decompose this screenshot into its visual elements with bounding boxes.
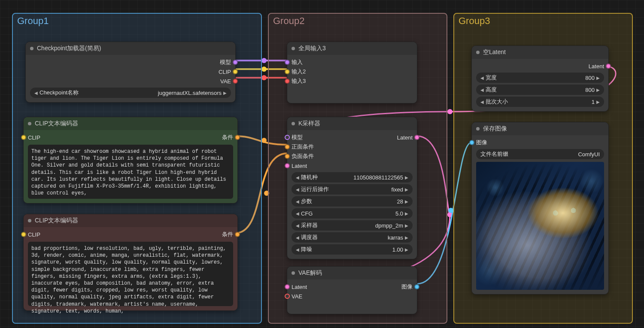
- collapse-icon[interactable]: [476, 127, 480, 131]
- svg-point-2: [261, 75, 267, 80]
- node-title-text: 全局输入3: [298, 45, 326, 52]
- group-3-label: Group3: [459, 15, 490, 27]
- group-1-label: Group1: [17, 15, 49, 27]
- widget-checkpoint-name[interactable]: ◀ Checkpoint名称 juggernautXL.safetensors …: [30, 88, 231, 98]
- prompt-textarea[interactable]: bad proportions, low resolution, bad, ug…: [28, 242, 233, 306]
- output-cond-label: 条件: [222, 231, 233, 238]
- collapse-icon[interactable]: [292, 122, 295, 125]
- node-clip-encode-positive[interactable]: CLIP文本编码器 CLIP 条件 The high-end car showr…: [23, 117, 238, 203]
- collapse-icon[interactable]: [292, 271, 295, 275]
- port-out-vae[interactable]: [233, 79, 238, 84]
- image-preview: [476, 162, 604, 290]
- port-out-latent[interactable]: [414, 135, 419, 140]
- svg-point-7: [448, 208, 453, 213]
- node-title-text: Checkpoint加载器(简易): [37, 45, 101, 52]
- widget-denoise[interactable]: ◀降噪 1.00▶: [292, 244, 413, 255]
- widget-batch[interactable]: ◀批次大小 1▶: [476, 97, 604, 107]
- port-in-latent[interactable]: [285, 284, 290, 289]
- collapse-icon[interactable]: [30, 47, 33, 50]
- widget-scheduler[interactable]: ◀调度器 karras▶: [292, 232, 413, 243]
- widget-steps[interactable]: ◀步数 28▶: [292, 196, 413, 207]
- port-in-2[interactable]: [285, 69, 290, 74]
- port-in-positive[interactable]: [285, 144, 290, 149]
- widget-sampler[interactable]: ◀采样器 dpmpp_2m▶: [292, 220, 413, 231]
- node-title-text: VAE解码: [298, 269, 322, 277]
- output-model-label: 模型: [220, 58, 231, 66]
- svg-point-0: [261, 58, 267, 63]
- group-2-label: Group2: [273, 15, 304, 27]
- node-global-input[interactable]: 全局输入3 输入 输入2 输入3: [287, 42, 417, 103]
- widget-width[interactable]: ◀宽度 800▶: [476, 73, 604, 83]
- output-cond-label: 条件: [222, 134, 233, 141]
- collapse-icon[interactable]: [292, 47, 295, 50]
- port-out-cond[interactable]: [235, 232, 240, 237]
- chevron-left-icon[interactable]: ◀: [34, 91, 38, 95]
- output-vae-label: VAE: [220, 78, 231, 85]
- node-title-text: 保存图像: [483, 125, 507, 133]
- node-title-text: 空Latent: [483, 49, 506, 56]
- node-title-text: CLIP文本编码器: [35, 217, 78, 225]
- node-save-image[interactable]: 保存图像 图像 文件名前缀 ComfyUI: [471, 122, 609, 295]
- node-ksampler[interactable]: K采样器 模型 Latent 正面条件 负面条件 Latent ◀随机种 110…: [287, 117, 417, 259]
- node-checkpoint-loader[interactable]: Checkpoint加载器(简易) 模型 CLIP VAE ◀ Checkpoi…: [25, 42, 236, 103]
- port-in-negative[interactable]: [285, 154, 290, 159]
- widget-seed[interactable]: ◀随机种 1105080881122565▶: [292, 172, 413, 182]
- collapse-icon[interactable]: [28, 122, 31, 125]
- port-out-model[interactable]: [233, 60, 238, 65]
- port-in-vae[interactable]: [285, 294, 290, 299]
- svg-point-6: [447, 212, 453, 217]
- widget-cfg[interactable]: ◀CFG 5.0▶: [292, 208, 413, 219]
- widget-filename-prefix[interactable]: 文件名前缀 ComfyUI: [476, 149, 604, 159]
- collapse-icon[interactable]: [28, 219, 31, 222]
- node-vae-decode[interactable]: VAE解码 Latent 图像 VAE: [287, 266, 417, 314]
- widget-control-after[interactable]: ◀运行后操作 fixed▶: [292, 184, 413, 194]
- chevron-right-icon[interactable]: ▶: [223, 91, 227, 95]
- node-title-text: K采样器: [298, 120, 320, 128]
- port-in-1[interactable]: [285, 60, 290, 65]
- port-in-clip[interactable]: [21, 232, 26, 237]
- port-out-latent[interactable]: [606, 64, 611, 69]
- prompt-textarea[interactable]: The high-end car showroom showcased a hy…: [28, 145, 233, 199]
- port-in-3[interactable]: [285, 79, 290, 84]
- node-empty-latent[interactable]: 空Latent Latent ◀宽度 800▶ ◀高度 800▶ ◀批次大小 1…: [471, 46, 609, 112]
- port-in-model[interactable]: [285, 135, 290, 140]
- node-title-text: CLIP文本编码器: [35, 120, 78, 128]
- port-in-image[interactable]: [469, 140, 474, 145]
- widget-height[interactable]: ◀高度 800▶: [476, 85, 604, 95]
- svg-point-5: [447, 109, 453, 114]
- port-out-clip[interactable]: [233, 69, 238, 74]
- node-clip-encode-negative[interactable]: CLIP文本编码器 CLIP 条件 bad proportions, low r…: [23, 214, 238, 311]
- input-clip-label: CLIP: [28, 134, 40, 141]
- svg-point-3: [261, 138, 267, 143]
- port-out-cond[interactable]: [235, 135, 240, 140]
- svg-point-1: [261, 67, 267, 72]
- collapse-icon[interactable]: [476, 51, 480, 54]
- port-in-clip[interactable]: [21, 135, 26, 140]
- output-clip-label: CLIP: [219, 69, 231, 75]
- port-out-image[interactable]: [414, 284, 419, 289]
- input-clip-label: CLIP: [28, 231, 40, 238]
- port-in-latent[interactable]: [285, 163, 290, 168]
